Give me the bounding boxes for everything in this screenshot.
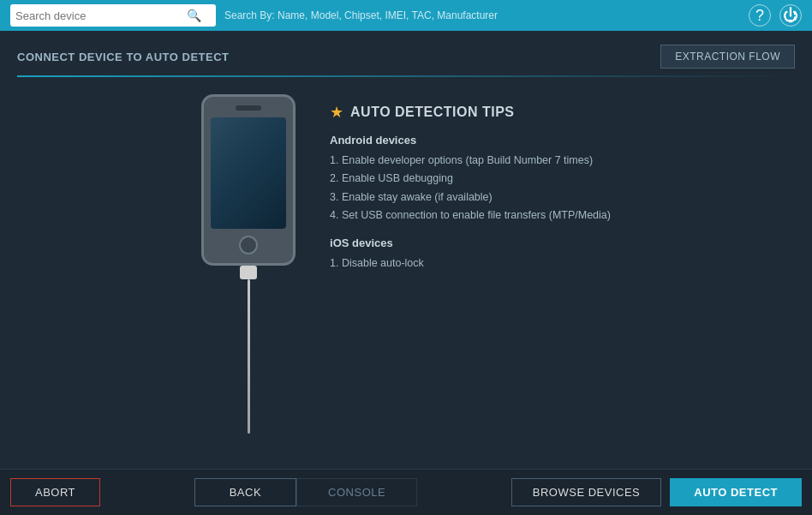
cable-line (248, 279, 250, 434)
android-tip-2: 2. Enable USB debugging (330, 170, 611, 188)
abort-button[interactable]: ABORT (10, 478, 100, 506)
android-tip-1: 1. Enable developer options (tap Build N… (330, 152, 611, 170)
android-tip-4: 4. Set USB connection to enable file tra… (330, 207, 611, 225)
ios-tips-list: 1. Disable auto-lock (330, 255, 611, 272)
bottombar-left: ABORT (10, 478, 100, 506)
cable-connector (240, 266, 257, 279)
bottombar: ABORT BACK CONSOLE BROWSE DEVICES AUTO D… (0, 469, 812, 515)
bottombar-center: BACK CONSOLE (194, 478, 417, 506)
tips-title: AUTO DETECTION TIPS (350, 105, 514, 120)
ios-subtitle: iOS devices (330, 237, 611, 249)
search-wrapper: 🔍 (10, 4, 216, 27)
phone-screen (211, 117, 286, 229)
page-title: CONNECT DEVICE TO AUTO DETECT (17, 51, 230, 63)
extraction-flow-button[interactable]: EXTRACTION FLOW (660, 45, 795, 69)
topbar-icons: ? ⏻ (749, 4, 802, 27)
auto-detect-button[interactable]: AUTO DETECT (670, 478, 802, 506)
content-area: CONNECT DEVICE TO AUTO DETECT EXTRACTION… (0, 31, 812, 469)
bottombar-right: BROWSE DEVICES AUTO DETECT (511, 478, 802, 506)
star-icon: ★ (330, 103, 343, 122)
search-icon[interactable]: 🔍 (187, 9, 201, 22)
search-hint: Search By: Name, Model, Chipset, IMEI, T… (224, 9, 740, 21)
browse-devices-button[interactable]: BROWSE DEVICES (511, 478, 661, 506)
tips-section: ★ AUTO DETECTION TIPS Android devices 1.… (330, 94, 611, 284)
android-subtitle: Android devices (330, 134, 611, 147)
search-input[interactable] (15, 9, 187, 22)
help-icon[interactable]: ? (749, 4, 771, 27)
power-icon[interactable]: ⏻ (779, 4, 802, 27)
android-tip-3: 3. Enable stay awake (if available) (330, 189, 611, 207)
title-row: CONNECT DEVICE TO AUTO DETECT EXTRACTION… (17, 45, 795, 69)
back-button[interactable]: BACK (194, 478, 296, 506)
tips-header: ★ AUTO DETECTION TIPS (330, 103, 611, 122)
console-button[interactable]: CONSOLE (296, 478, 417, 506)
phone-speaker (236, 105, 261, 111)
main-section: ★ AUTO DETECTION TIPS Android devices 1.… (17, 94, 795, 434)
phone-container (201, 94, 296, 434)
topbar: 🔍 Search By: Name, Model, Chipset, IMEI,… (0, 0, 812, 31)
android-tips-list: 1. Enable developer options (tap Build N… (330, 152, 611, 225)
phone-illustration (201, 94, 296, 266)
title-divider (17, 75, 795, 77)
ios-tip-1: 1. Disable auto-lock (330, 255, 611, 272)
phone-home-button (239, 236, 258, 255)
